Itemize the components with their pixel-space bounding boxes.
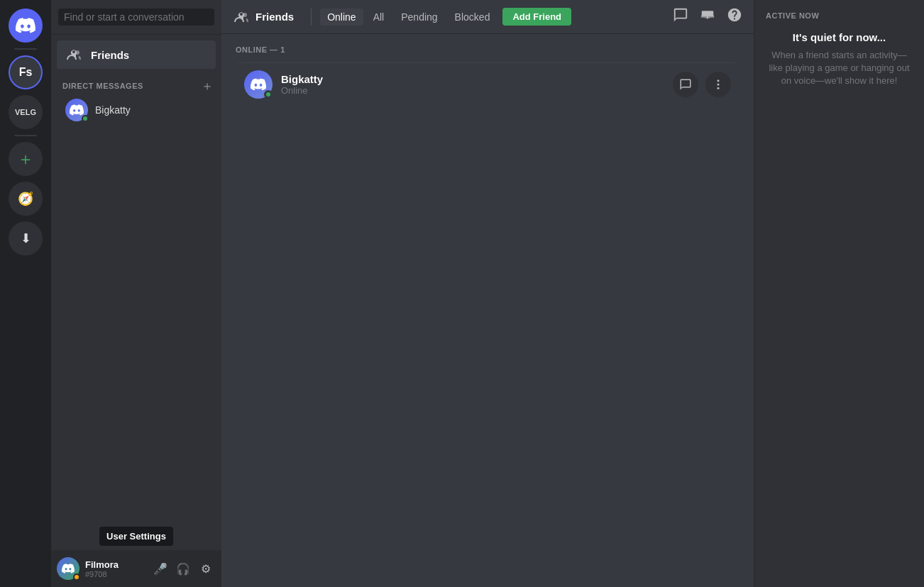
- friend-more-button[interactable]: [705, 72, 731, 97]
- active-now-panel: ACTIVE NOW It's quiet for now... When a …: [754, 0, 924, 587]
- friend-row-bigkatty[interactable]: Bigkatty Online: [236, 62, 739, 106]
- friend-name-bigkatty: Bigkatty: [281, 73, 673, 85]
- dm-sidebar: Friends DIRECT MESSAGES ＋ Bigkatty: [51, 0, 221, 587]
- active-now-title: ACTIVE NOW: [766, 11, 913, 20]
- dm-section-title: DIRECT MESSAGES: [62, 82, 143, 90]
- friend-status-bigkatty: Online: [281, 85, 673, 96]
- tab-all[interactable]: All: [366, 9, 392, 26]
- new-group-dm-icon[interactable]: [673, 7, 688, 26]
- top-bar-icons: [673, 7, 742, 26]
- friend-online-dot-bigkatty: [264, 90, 273, 99]
- friends-area: ONLINE — 1 Bigkatty Online: [221, 34, 754, 587]
- user-name: Filmora: [85, 559, 145, 570]
- user-controls: 🎤 🎧 ⚙: [150, 559, 216, 578]
- top-bar-divider: [311, 9, 312, 26]
- top-bar: Friends Online All Pending Blocked Add F…: [221, 0, 754, 34]
- top-bar-friends-label: Friends: [255, 11, 294, 23]
- main-content: Friends Online All Pending Blocked Add F…: [221, 0, 754, 587]
- deafen-button[interactable]: 🎧: [173, 559, 193, 578]
- tab-online[interactable]: Online: [320, 9, 363, 26]
- server-sidebar: Fs VELG ＋ 🧭 ⬇: [0, 0, 51, 587]
- friend-message-button[interactable]: [673, 72, 698, 97]
- quiet-title: It's quiet for now...: [766, 31, 913, 43]
- user-settings-button[interactable]: ⚙: [196, 559, 216, 578]
- server-fs-label: Fs: [19, 66, 33, 79]
- friends-label: Friends: [91, 49, 129, 61]
- user-info: Filmora #9708: [85, 559, 145, 578]
- server-icon-fs[interactable]: Fs: [9, 55, 43, 89]
- add-friend-button[interactable]: Add Friend: [502, 8, 571, 26]
- add-server-icon: ＋: [17, 148, 34, 170]
- server-velg-label: VELG: [15, 108, 36, 116]
- server-icon-download[interactable]: ⬇: [9, 221, 43, 256]
- dm-section-header: DIRECT MESSAGES ＋: [51, 69, 221, 94]
- friends-icon: [65, 46, 82, 63]
- user-discriminator: #9708: [85, 570, 145, 578]
- friends-header-icon: [233, 9, 250, 26]
- user-avatar: [57, 557, 79, 580]
- tab-blocked[interactable]: Blocked: [448, 9, 497, 26]
- server-icon-home[interactable]: [9, 9, 43, 43]
- search-input[interactable]: [58, 9, 214, 26]
- server-divider: [14, 48, 37, 50]
- download-icon: ⬇: [21, 231, 31, 246]
- dm-sidebar-content: Friends DIRECT MESSAGES ＋ Bigkatty: [51, 35, 221, 550]
- server-icon-explore[interactable]: 🧭: [9, 182, 43, 216]
- online-status-dot: [82, 115, 89, 122]
- dm-user-bigkatty[interactable]: Bigkatty: [57, 94, 216, 126]
- svg-point-2: [717, 87, 720, 89]
- new-dm-button[interactable]: ＋: [202, 80, 213, 92]
- explore-icon: 🧭: [18, 191, 33, 207]
- inbox-icon[interactable]: [700, 7, 715, 26]
- help-icon[interactable]: [727, 7, 742, 26]
- tab-pending[interactable]: Pending: [394, 9, 444, 26]
- dm-username-bigkatty: Bigkatty: [95, 104, 131, 116]
- server-divider-2: [14, 135, 37, 136]
- friend-avatar-bigkatty: [244, 70, 273, 99]
- friend-actions-bigkatty: [673, 72, 731, 97]
- search-bar: [51, 0, 221, 35]
- user-status-dot: [73, 574, 80, 581]
- dm-avatar-bigkatty: [65, 99, 88, 121]
- user-area: Filmora #9708 🎤 🎧 ⚙ User Settings: [51, 550, 221, 587]
- server-icon-add[interactable]: ＋: [9, 142, 43, 176]
- svg-point-1: [717, 84, 720, 86]
- friend-info-bigkatty: Bigkatty Online: [281, 73, 673, 96]
- quiet-description: When a friend starts an activity—like pl…: [766, 49, 913, 88]
- server-icon-velg[interactable]: VELG: [9, 95, 43, 129]
- mute-button[interactable]: 🎤: [150, 559, 170, 578]
- sidebar-item-friends[interactable]: Friends: [57, 40, 216, 69]
- svg-point-0: [717, 79, 720, 82]
- online-count-header: ONLINE — 1: [236, 45, 739, 54]
